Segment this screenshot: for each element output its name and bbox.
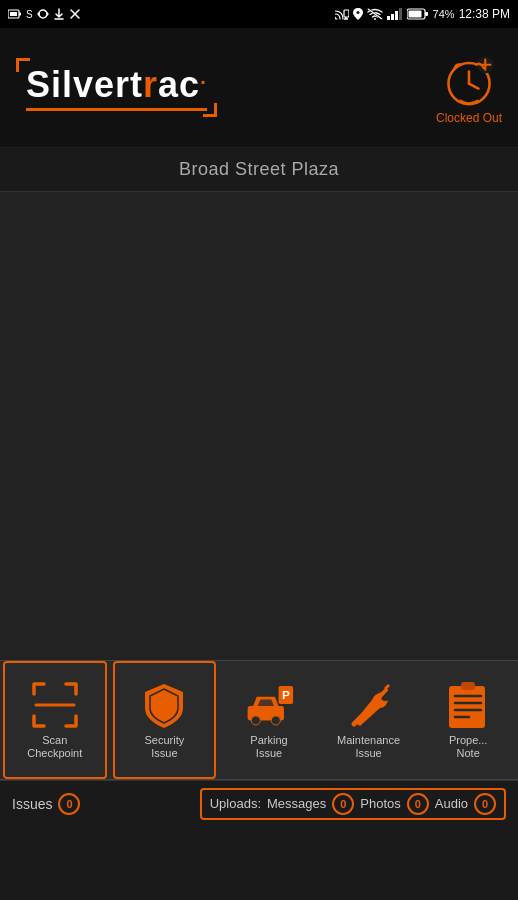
uploads-label: Uploads: xyxy=(210,796,261,811)
parking-issue-label: ParkingIssue xyxy=(250,734,287,760)
svg-text:P: P xyxy=(282,687,290,701)
logo-t: t xyxy=(130,64,143,105)
footer: Issues 0 Uploads: Messages 0 Photos 0 Au… xyxy=(0,780,518,826)
svg-rect-2 xyxy=(19,13,21,16)
svg-point-12 xyxy=(374,18,376,20)
carrier-s: S xyxy=(26,9,33,20)
svg-rect-20 xyxy=(408,11,421,18)
uploads-section: Uploads: Messages 0 Photos 0 Audio 0 xyxy=(200,788,506,820)
status-right-icons: 74% 12:38 PM xyxy=(335,7,510,21)
main-content xyxy=(0,192,518,660)
svg-rect-16 xyxy=(391,14,394,20)
scan-checkpoint-icon xyxy=(30,680,80,730)
svg-rect-36 xyxy=(449,686,485,728)
issues-label: Issues xyxy=(12,796,52,812)
nav-security-issue[interactable]: SecurityIssue xyxy=(113,661,217,779)
logo-underline xyxy=(26,108,207,111)
svg-rect-1 xyxy=(10,12,17,16)
audio-count-badge: 0 xyxy=(474,793,496,815)
bottom-nav: ScanCheckpoint SecurityIssue P ParkingIs… xyxy=(0,660,518,780)
issues-count-badge: 0 xyxy=(58,793,80,815)
cast-icon xyxy=(335,8,349,20)
location-bar: Broad Street Plaza xyxy=(0,148,518,192)
property-note-label: Prope...Note xyxy=(449,734,488,760)
location-text: Broad Street Plaza xyxy=(179,159,339,180)
svg-rect-17 xyxy=(395,11,398,20)
battery-text: 74% xyxy=(433,8,455,20)
messages-label: Messages xyxy=(267,796,326,811)
sync-icon xyxy=(37,8,49,20)
logo-ac: ac xyxy=(158,64,200,105)
nav-scan-checkpoint[interactable]: ScanCheckpoint xyxy=(3,661,107,779)
svg-rect-18 xyxy=(399,8,402,20)
nav-parking-issue[interactable]: P ParkingIssue xyxy=(219,661,319,779)
svg-point-11 xyxy=(356,11,359,14)
logo-dot: . xyxy=(200,66,207,88)
logo-text: Silvertrac. xyxy=(26,64,207,106)
maintenance-issue-icon xyxy=(344,680,394,730)
svg-marker-3 xyxy=(47,12,49,16)
issues-badge: Issues 0 xyxy=(12,793,80,815)
svg-point-31 xyxy=(271,716,280,725)
location-icon xyxy=(353,8,363,20)
svg-rect-8 xyxy=(344,10,349,17)
maintenance-issue-label: MaintenanceIssue xyxy=(337,734,400,760)
time-display: 12:38 PM xyxy=(459,7,510,21)
status-bar: S xyxy=(0,0,518,28)
security-issue-label: SecurityIssue xyxy=(145,734,185,760)
signal-icon xyxy=(387,8,403,20)
property-note-icon xyxy=(443,680,493,730)
svg-line-24 xyxy=(469,83,478,88)
svg-marker-4 xyxy=(37,12,39,16)
download-icon xyxy=(53,8,65,20)
nav-property-note[interactable]: Prope...Note xyxy=(418,661,518,779)
logo-silver: Silver xyxy=(26,64,130,105)
logo-accent: r xyxy=(143,64,158,105)
bracket-bottom-right xyxy=(203,103,217,117)
clock-icon-svg xyxy=(439,51,499,111)
svg-rect-41 xyxy=(461,682,475,690)
battery-icon xyxy=(407,8,429,20)
logo-wrapper: Silvertrac. xyxy=(16,58,217,117)
screen-icon xyxy=(8,9,22,19)
nav-maintenance-issue[interactable]: MaintenanceIssue xyxy=(319,661,419,779)
photos-count-badge: 0 xyxy=(407,793,429,815)
svg-rect-21 xyxy=(425,12,428,16)
clock-out-button[interactable]: Clocked Out xyxy=(436,51,502,125)
audio-label: Audio xyxy=(435,796,468,811)
svg-point-30 xyxy=(251,716,260,725)
header: Silvertrac. Clocked Out xyxy=(0,28,518,148)
svg-rect-15 xyxy=(387,16,390,20)
clocked-out-label: Clocked Out xyxy=(436,111,502,125)
status-left-icons: S xyxy=(8,8,81,20)
x-icon xyxy=(69,8,81,20)
photos-label: Photos xyxy=(360,796,400,811)
parking-issue-icon: P xyxy=(244,680,294,730)
bracket-top-left xyxy=(16,58,30,72)
security-issue-icon xyxy=(139,680,189,730)
messages-count-badge: 0 xyxy=(332,793,354,815)
wifi-off-icon xyxy=(367,8,383,20)
scan-checkpoint-label: ScanCheckpoint xyxy=(27,734,82,760)
